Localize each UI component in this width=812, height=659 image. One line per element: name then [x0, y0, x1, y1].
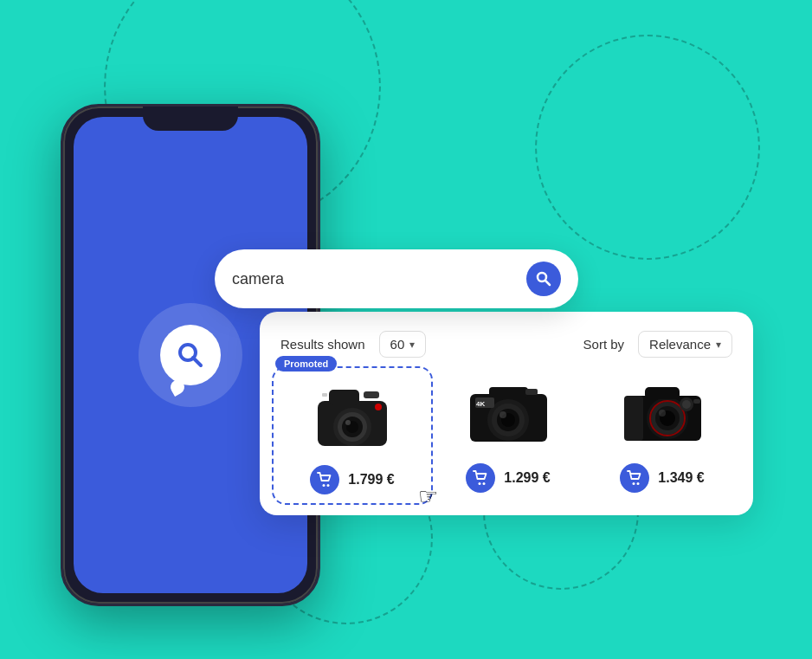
products-grid: Promoted: [280, 375, 732, 496]
svg-rect-29: [624, 396, 643, 441]
svg-point-26: [479, 482, 481, 485]
svg-point-27: [483, 482, 486, 485]
decorative-circle-2: [535, 35, 760, 260]
add-to-cart-button-3[interactable]: [620, 463, 649, 493]
cursor-pointer: ☞: [418, 483, 438, 510]
sort-by-label: Sort by: [583, 337, 625, 352]
svg-rect-11: [322, 393, 327, 397]
svg-point-12: [375, 404, 382, 410]
results-card: Results shown 60 ▾ Sort by Relevance ▾ P…: [260, 312, 753, 515]
results-count-value: 60: [390, 337, 405, 352]
svg-rect-23: [489, 387, 528, 397]
app-logo-container: [139, 303, 242, 407]
svg-point-14: [323, 484, 325, 487]
svg-line-1: [193, 358, 201, 365]
price-row-promoted: 1.799 €: [310, 465, 394, 494]
svg-point-40: [633, 482, 635, 485]
svg-line-3: [545, 281, 550, 285]
svg-point-15: [327, 484, 330, 487]
add-to-cart-button-promoted[interactable]: [310, 465, 339, 494]
price-row-2: 1.299 €: [466, 463, 550, 493]
search-query: camera: [232, 270, 284, 288]
results-count-dropdown[interactable]: 60 ▾: [379, 331, 427, 358]
search-bar[interactable]: camera: [215, 249, 578, 308]
svg-point-39: [659, 410, 666, 417]
chevron-down-icon: ▾: [409, 339, 415, 351]
product-image-3: [615, 375, 710, 453]
svg-rect-38: [693, 399, 700, 404]
price-2: 1.299 €: [504, 470, 550, 486]
product-image-promoted: [305, 377, 400, 455]
search-icon: [535, 270, 552, 288]
svg-point-10: [345, 420, 351, 425]
search-button[interactable]: [526, 262, 561, 296]
promoted-badge: Promoted: [275, 356, 337, 371]
price-row-3: 1.349 €: [620, 463, 704, 493]
svg-point-41: [637, 482, 640, 485]
cart-icon-3: [627, 470, 642, 486]
sort-by-value: Relevance: [649, 337, 711, 352]
product-image-2: 4K: [461, 375, 556, 453]
svg-text:4K: 4K: [476, 400, 485, 408]
cart-icon: [317, 472, 332, 488]
price-promoted: 1.799 €: [348, 472, 394, 488]
sort-by-dropdown[interactable]: Relevance ▾: [638, 331, 732, 358]
svg-point-37: [682, 400, 691, 409]
add-to-cart-button-2[interactable]: [466, 463, 495, 493]
cart-icon-2: [473, 470, 488, 486]
svg-rect-13: [364, 391, 379, 398]
product-card-2[interactable]: 4K 1.299 €: [438, 375, 578, 493]
camera-dslr-icon: [305, 379, 400, 453]
results-header: Results shown 60 ▾ Sort by Relevance ▾: [280, 331, 732, 358]
results-shown-label: Results shown: [280, 337, 365, 352]
product-card-3[interactable]: 1.349 €: [592, 375, 732, 493]
svg-rect-5: [329, 390, 359, 405]
camera-standard-icon: [617, 378, 708, 449]
app-logo-bubble: [160, 325, 221, 385]
product-card-promoted[interactable]: Promoted: [272, 366, 433, 505]
svg-rect-35: [645, 387, 680, 399]
svg-rect-24: [525, 389, 538, 395]
svg-point-25: [499, 411, 506, 418]
app-logo-icon: [175, 339, 206, 371]
sort-chevron-down-icon: ▾: [716, 339, 721, 351]
price-3: 1.349 €: [658, 470, 704, 486]
camera-4k-icon: 4K: [463, 378, 554, 449]
phone-notch: [143, 107, 238, 131]
